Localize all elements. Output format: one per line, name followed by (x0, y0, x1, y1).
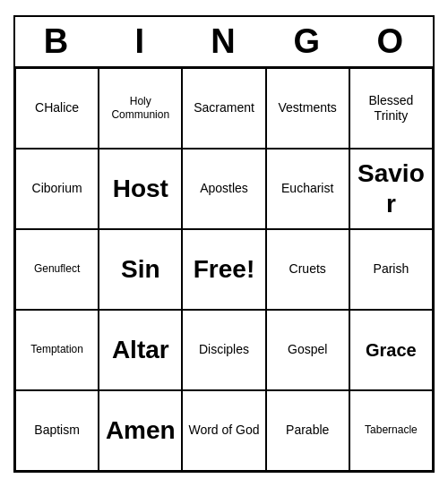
bingo-cell: Genuflect (15, 229, 99, 310)
bingo-cell: Free! (182, 229, 265, 310)
header-letter: B (15, 17, 99, 66)
bingo-cell: Temptation (15, 310, 99, 390)
header-letter: I (99, 17, 182, 66)
bingo-cell: Sacrament (182, 68, 265, 149)
header-letter: N (182, 17, 265, 66)
bingo-cell: Host (99, 149, 182, 229)
bingo-cell: Grace (349, 310, 433, 390)
bingo-cell: Baptism (15, 390, 99, 471)
bingo-cell: Blessed Trinity (349, 68, 433, 149)
bingo-cell: Altar (99, 310, 182, 390)
bingo-cell: Sin (99, 229, 182, 310)
bingo-cell: Apostles (182, 149, 265, 229)
bingo-cell: Disciples (182, 310, 265, 390)
header-letter: G (266, 17, 349, 66)
bingo-cell: Holy Communion (99, 68, 182, 149)
bingo-grid: CHaliceHoly CommunionSacramentVestmentsB… (15, 68, 433, 471)
header-letter: O (349, 17, 433, 66)
bingo-cell: Tabernacle (349, 390, 433, 471)
bingo-card: BINGO CHaliceHoly CommunionSacramentVest… (13, 15, 435, 473)
bingo-cell: Eucharist (266, 149, 349, 229)
bingo-cell: Savior (349, 149, 433, 229)
bingo-cell: Cruets (266, 229, 349, 310)
bingo-cell: Ciborium (15, 149, 99, 229)
bingo-cell: Word of God (182, 390, 265, 471)
bingo-cell: Vestments (266, 68, 349, 149)
bingo-cell: Amen (99, 390, 182, 471)
bingo-cell: CHalice (15, 68, 99, 149)
bingo-cell: Parable (266, 390, 349, 471)
bingo-cell: Parish (349, 229, 433, 310)
bingo-cell: Gospel (266, 310, 349, 390)
bingo-header: BINGO (15, 17, 433, 68)
